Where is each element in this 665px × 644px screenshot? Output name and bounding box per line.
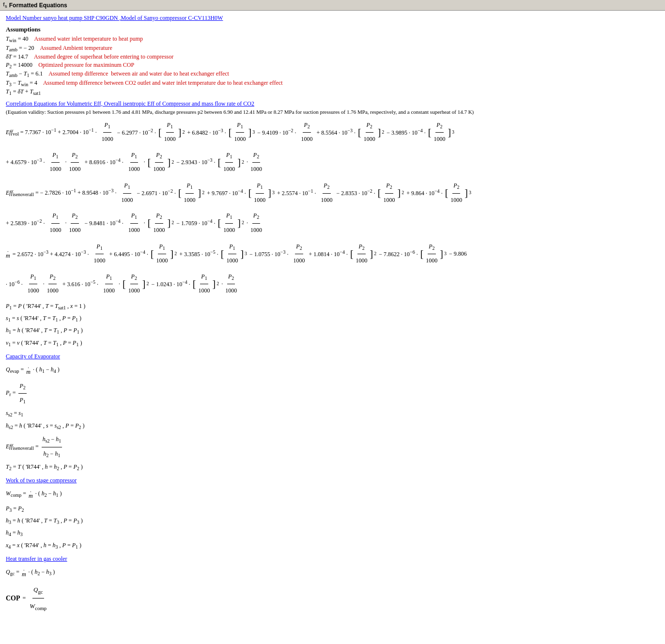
work-heading: Work of two stage compressor bbox=[6, 477, 659, 484]
assumption-p2: P2 = 14000 Optimized pressure for maximi… bbox=[6, 61, 659, 69]
corr-heading: Correlation Equations for Volumetric Eff… bbox=[6, 100, 659, 107]
cop-eq: COP = Qgc Wcomp bbox=[6, 582, 659, 615]
assumption-tamb-t1: Tamb − T1 = 6.1 Assumed temp difference … bbox=[6, 70, 659, 78]
validity-text: (Equation validity: Suction pressures p1… bbox=[6, 108, 659, 116]
p3-eq: P3 = P2 bbox=[6, 504, 659, 515]
effisen-eq: Effisenoverall = hs2 − h1 h2 − h1 bbox=[6, 433, 659, 461]
h1-eq: h1 = h ( 'R744' , T = T1 , P = P1 ) bbox=[6, 325, 659, 337]
assumption-dt: δT = 14.7 Assumed degree of superheat be… bbox=[6, 53, 659, 61]
qevap-eq: Qevap = · m · ( h1 − h4 ) bbox=[6, 362, 659, 378]
eff-isen-eq: Effisenoverall = − 2.7826 · 10−1 + 8.954… bbox=[6, 179, 659, 206]
s1-eq: s1 = s ( 'R744' , T = T1 , P = P1 ) bbox=[6, 313, 659, 324]
h3-eq: h3 = h ( 'R744' , T = T3 , P = P3 ) bbox=[6, 516, 659, 527]
window-title: Formatted Equations bbox=[9, 2, 67, 9]
mdot-eq: · m = 2.6572 · 10−3 + 4.4274 · 10−3 · P1… bbox=[6, 240, 659, 267]
x4-eq: x4 = x ( 'R744' , h = h3 , P = P1 ) bbox=[6, 540, 659, 552]
model-title: Model Number sanyo heat pump SHP C90GDN … bbox=[6, 15, 659, 22]
eff-vol-eq: Effvol = 7.7367 · 10−1 + 2.7004 · 10−1 ·… bbox=[6, 119, 659, 146]
assumption-tamb: Tamb = − 20 Assumed Ambient temperature bbox=[6, 45, 659, 52]
t2-eq: T2 = T ( 'R744' , h = h2 , P = P2 ) bbox=[6, 462, 659, 473]
eff-isen-eq2: + 2.5839 · 10−2 · P11000 · P21000 − 9.84… bbox=[6, 209, 659, 236]
capacity-heading: Capacity of Evaporator bbox=[6, 353, 659, 360]
heat-transfer-heading: Heat transfer in gas cooler bbox=[6, 555, 659, 563]
mdot-eq2: · 10−6 · P11000 · P21000 + 3.616 · 10−5 … bbox=[6, 270, 659, 297]
assumptions-heading: Assumptions bbox=[6, 26, 659, 33]
hs2-eq: hs2 = h ( 'R744' , s = ss2 , P = P2 ) bbox=[6, 421, 659, 432]
h4-eq: h4 = h3 bbox=[6, 528, 659, 539]
assumption-t1: T1 = δT + Tsat1 bbox=[6, 88, 659, 96]
assumption-twin: Twin = 40 Assumed water inlet temperatur… bbox=[6, 35, 659, 43]
ss2-eq: ss2 = s1 bbox=[6, 408, 659, 419]
title-icon: fs bbox=[3, 1, 7, 9]
content-area: Model Number sanyo heat pump SHP C90GDN … bbox=[0, 11, 665, 620]
assumption-t3-twin: T3 − Twin = 4 Assumed temp difference be… bbox=[6, 79, 659, 87]
eff-vol-eq2: + 4.6579 · 10−3 · P11000 · P21000 + 8.69… bbox=[6, 149, 659, 176]
p1-eq: P1 = P ( 'R744' , T = Tsat1 , x = 1 ) bbox=[6, 301, 659, 312]
v1-eq: v1 = v ( 'R744' , T = T1 , P = P1 ) bbox=[6, 338, 659, 349]
title-bar: fs Formatted Equations bbox=[0, 0, 665, 11]
wcomp-eq: Wcomp = · m · ( h2 − h1 ) bbox=[6, 486, 659, 502]
qgc-eq: Qgc = · m · ( h2 − h3 ) bbox=[6, 564, 659, 581]
pr-eq: Pr = P2P1 bbox=[6, 380, 659, 408]
